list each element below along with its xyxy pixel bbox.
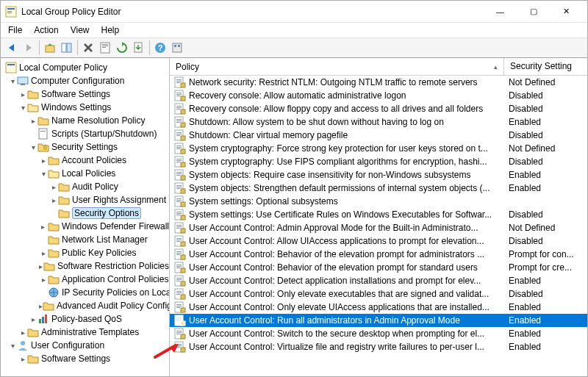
folder-icon	[48, 220, 60, 232]
policy-row[interactable]: User Account Control: Only elevate UIAcc…	[170, 301, 587, 314]
tree-name-resolution[interactable]: ▸ Name Resolution Policy	[5, 114, 169, 127]
policy-row[interactable]: User Account Control: Admin Approval Mod…	[170, 221, 587, 234]
svg-rect-76	[176, 200, 182, 201]
chevron-right-icon[interactable]: ▸	[18, 355, 27, 363]
forward-button[interactable]	[21, 40, 37, 56]
svg-rect-113	[181, 295, 185, 299]
chevron-right-icon[interactable]: ▸	[39, 157, 48, 165]
tree-defender-firewall[interactable]: ▸ Windows Defender Firewall	[5, 220, 169, 233]
minimize-button[interactable]: —	[484, 1, 517, 22]
policy-row[interactable]: Recovery console: Allow floppy copy and …	[170, 102, 587, 115]
window-controls: — ▢ ✕	[484, 1, 583, 22]
policy-row[interactable]: System settings: Use Certificate Rules o…	[170, 208, 587, 221]
chevron-right-icon[interactable]: ▸	[49, 196, 58, 204]
chevron-right-icon[interactable]: ▸	[49, 183, 58, 191]
list-body[interactable]: Network security: Restrict NTLM: Outgoin…	[170, 76, 587, 376]
filter-button[interactable]	[169, 40, 185, 56]
policy-name: System cryptography: Use FIPS compliant …	[189, 157, 487, 167]
chevron-right-icon[interactable]: ▸	[39, 249, 48, 257]
tree-software-settings[interactable]: ▸ Software Settings	[5, 87, 169, 101]
svg-rect-116	[176, 306, 182, 306]
properties-button[interactable]	[97, 40, 113, 56]
chevron-right-icon[interactable]: ▸	[39, 223, 48, 231]
policy-row[interactable]: User Account Control: Run all administra…	[170, 314, 587, 327]
tree-root[interactable]: Local Computer Policy	[5, 61, 169, 74]
policy-row[interactable]: System cryptography: Use FIPS compliant …	[170, 155, 587, 168]
column-header-setting[interactable]: Security Setting	[504, 58, 587, 75]
tree-admin-templates[interactable]: ▸ Administrative Templates	[5, 326, 169, 339]
help-button[interactable]: ?	[152, 40, 168, 56]
tree-app-control[interactable]: ▸ Application Control Policies	[5, 273, 169, 286]
policy-row[interactable]: System cryptography: Force strong key pr…	[170, 142, 587, 155]
header-label: Policy	[176, 62, 199, 72]
tree-security-options[interactable]: ▸ Security Options	[5, 207, 169, 220]
policy-row[interactable]: Recovery console: Allow automatic admini…	[170, 89, 587, 102]
menu-action[interactable]: Action	[29, 25, 62, 35]
tree-public-key[interactable]: ▸ Public Key Policies	[5, 246, 169, 259]
maximize-button[interactable]: ▢	[517, 1, 550, 22]
chevron-down-icon[interactable]: ▾	[29, 143, 37, 151]
tree-label: Security Options	[72, 207, 141, 219]
close-button[interactable]: ✕	[550, 1, 583, 22]
chevron-right-icon[interactable]: ▸	[29, 117, 37, 125]
chevron-down-icon[interactable]: ▾	[8, 342, 17, 350]
tree-qos[interactable]: ▸ Policy-based QoS	[5, 312, 169, 326]
tree-scripts[interactable]: Scripts (Startup/Shutdown)	[5, 127, 169, 140]
svg-rect-6	[67, 43, 71, 52]
toolbar: ?	[1, 37, 587, 58]
policy-row[interactable]: Shutdown: Allow system to be shut down w…	[170, 115, 587, 129]
show-hide-button[interactable]	[59, 40, 75, 56]
tree-windows-settings[interactable]: ▾ Windows Settings	[5, 101, 169, 114]
tree-advanced-audit[interactable]: ▸ Advanced Audit Policy Configuration	[5, 299, 169, 312]
tree-uc-software[interactable]: ▸ Software Settings	[5, 352, 169, 365]
chevron-right-icon[interactable]: ▸	[18, 90, 27, 98]
policy-name: User Account Control: Allow UIAccess app…	[189, 236, 484, 246]
policy-row[interactable]: System settings: Optional subsystems	[170, 195, 587, 208]
chevron-down-icon[interactable]: ▾	[8, 77, 17, 85]
tree-software-restriction[interactable]: ▸ Software Restriction Policies	[5, 259, 169, 273]
policy-row[interactable]: User Account Control: Detect application…	[170, 274, 587, 287]
svg-rect-70	[176, 185, 182, 186]
svg-rect-43	[181, 109, 185, 114]
chevron-right-icon[interactable]: ▸	[29, 315, 37, 323]
tree-local-policies[interactable]: ▾ Local Policies	[5, 167, 169, 180]
svg-rect-73	[181, 189, 185, 193]
chevron-right-icon[interactable]: ▸	[39, 276, 48, 284]
delete-button[interactable]	[80, 40, 96, 56]
export-button[interactable]	[131, 40, 147, 56]
policy-row[interactable]: System objects: Require case insensitivi…	[170, 168, 587, 182]
tree-security-settings[interactable]: ▾ Security Settings	[5, 140, 169, 154]
tree-ipsec[interactable]: IP Security Policies on Local Computer	[5, 286, 169, 299]
chevron-down-icon[interactable]: ▾	[39, 170, 48, 178]
tree-account-policies[interactable]: ▸ Account Policies	[5, 154, 169, 167]
policy-setting: Enabled	[504, 170, 587, 180]
menu-view[interactable]: View	[66, 25, 94, 35]
menu-file[interactable]: File	[4, 25, 26, 35]
tree-user-config[interactable]: ▾ User Configuration	[5, 339, 169, 352]
policy-row[interactable]: Network security: Restrict NTLM: Outgoin…	[170, 76, 587, 89]
policy-row[interactable]: Shutdown: Clear virtual memory pagefileD…	[170, 129, 587, 142]
menu-help[interactable]: Help	[97, 25, 124, 35]
policy-setting: Enabled	[504, 342, 587, 352]
policy-row[interactable]: System objects: Strengthen default permi…	[170, 182, 587, 195]
policy-row[interactable]: User Account Control: Behavior of the el…	[170, 261, 587, 274]
chevron-down-icon[interactable]: ▾	[18, 104, 27, 112]
up-button[interactable]	[42, 40, 58, 56]
policy-row[interactable]: User Account Control: Allow UIAccess app…	[170, 234, 587, 248]
policy-row[interactable]: User Account Control: Switch to the secu…	[170, 327, 587, 340]
svg-rect-131	[176, 345, 182, 346]
tree-user-rights[interactable]: ▸ User Rights Assignment	[5, 193, 169, 207]
tree-audit-policy[interactable]: ▸ Audit Policy	[5, 180, 169, 193]
policy-row[interactable]: User Account Control: Behavior of the el…	[170, 248, 587, 261]
refresh-button[interactable]	[114, 40, 130, 56]
policy-row[interactable]: User Account Control: Only elevate execu…	[170, 287, 587, 301]
svg-rect-121	[176, 319, 182, 320]
svg-rect-87	[176, 228, 180, 229]
chevron-right-icon[interactable]: ▸	[18, 328, 27, 337]
tree-computer-config[interactable]: ▾ Computer Configuration	[5, 74, 169, 87]
policy-row[interactable]: User Account Control: Virtualize file an…	[170, 340, 587, 353]
back-button[interactable]	[4, 40, 20, 56]
column-header-policy[interactable]: Policy ▴	[170, 58, 504, 75]
tree-network-list[interactable]: Network List Manager	[5, 233, 169, 246]
svg-rect-86	[176, 226, 182, 227]
